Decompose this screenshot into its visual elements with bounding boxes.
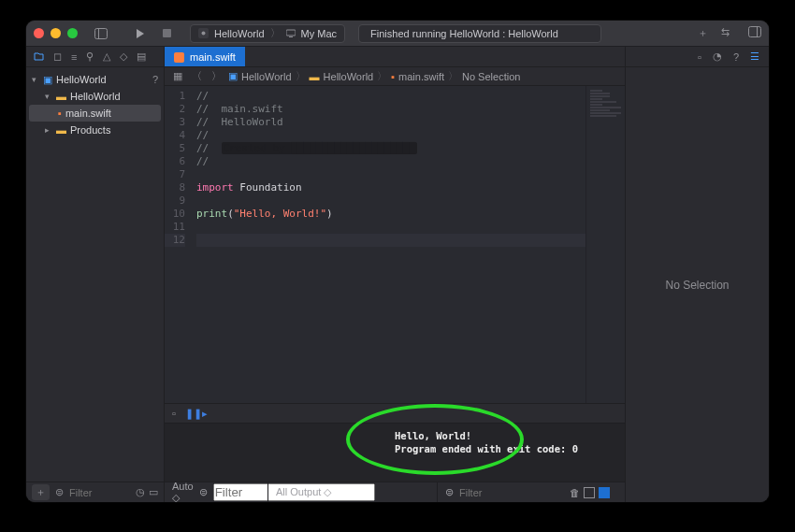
- source-control-navigator-icon[interactable]: ◻: [53, 50, 62, 63]
- inspector-panel: No Selection: [625, 67, 769, 502]
- symbol-navigator-icon[interactable]: ≡: [71, 51, 77, 63]
- scheme-name: HelloWorld: [214, 28, 265, 39]
- jump-crumb-2[interactable]: main.swift: [398, 71, 444, 82]
- swift-file-icon: [174, 52, 184, 63]
- sidebar-toggle-icon[interactable]: [93, 28, 109, 39]
- output-scope-button[interactable]: All Output ◇: [276, 486, 331, 498]
- folder-icon: ▬: [56, 124, 66, 136]
- toolbar: HelloWorld 〉 My Mac Finished running Hel…: [26, 21, 769, 47]
- minimize-window-button[interactable]: [51, 28, 61, 38]
- scheme-selector[interactable]: HelloWorld 〉 My Mac: [190, 24, 345, 43]
- swift-file-icon: ▪: [58, 108, 62, 119]
- console-filter-input[interactable]: [459, 487, 515, 498]
- swift-file-icon: ▪: [391, 71, 395, 82]
- file-row-selected[interactable]: ▪ main.swift: [29, 105, 161, 122]
- auto-scope-button[interactable]: Auto ◇: [172, 481, 194, 502]
- debug-bar: ▫ ❚❚▸: [165, 403, 625, 424]
- activity-status: Finished running HelloWorld : HelloWorld: [358, 24, 601, 43]
- svg-rect-2: [163, 29, 171, 37]
- breakpoint-toggle-icon[interactable]: ❚❚▸: [185, 408, 208, 420]
- scm-status-icon: ?: [152, 74, 158, 85]
- window-controls: [34, 28, 78, 38]
- related-items-icon[interactable]: ▦: [170, 70, 185, 82]
- project-row[interactable]: ▾ ▣ HelloWorld ?: [26, 71, 164, 88]
- library-icon[interactable]: [748, 26, 761, 40]
- stop-button[interactable]: [158, 28, 175, 38]
- recent-filter-icon[interactable]: ◷: [136, 486, 145, 498]
- xcode-window: HelloWorld 〉 My Mac Finished running Hel…: [26, 21, 769, 502]
- app-icon: [198, 28, 209, 38]
- navigator-filter-bar: ＋ ⊜ ◷ ▭: [26, 482, 164, 502]
- editor-area: ▦ 〈 〉 ▣HelloWorld 〉 ▬HelloWorld 〉 ▪main.…: [165, 67, 625, 502]
- test-navigator-icon[interactable]: ◇: [120, 50, 127, 63]
- console-line: Program ended with exit code: 0: [395, 442, 615, 455]
- debug-navigator-icon[interactable]: ▤: [137, 50, 146, 63]
- group-name: HelloWorld: [70, 91, 121, 102]
- xcodeproj-icon: ▣: [228, 70, 238, 82]
- xcodeproj-icon: ▣: [43, 74, 52, 86]
- forward-button[interactable]: 〉: [209, 69, 224, 83]
- console-line: Hello, World!: [395, 429, 615, 442]
- history-inspector-icon[interactable]: ◔: [713, 50, 722, 63]
- file-inspector-icon[interactable]: ▫: [698, 51, 701, 63]
- filter-icon: ⊜: [55, 486, 64, 498]
- jump-crumb-1[interactable]: HelloWorld: [324, 71, 374, 82]
- plus-icon[interactable]: ＋: [698, 26, 708, 40]
- code-content[interactable]: // // main.swift // HelloWorld // // Cre…: [191, 86, 585, 403]
- inspector-menu-icon[interactable]: ☰: [750, 50, 759, 63]
- svg-rect-9: [174, 52, 184, 63]
- products-row[interactable]: ▸ ▬ Products: [26, 122, 164, 138]
- inspector-placeholder: No Selection: [665, 279, 729, 292]
- scheme-destination: My Mac: [301, 28, 338, 39]
- group-row[interactable]: ▾ ▬ HelloWorld: [26, 88, 164, 105]
- products-label: Products: [70, 124, 110, 136]
- editor-tab[interactable]: main.swift: [165, 47, 245, 66]
- minimap[interactable]: [585, 86, 625, 403]
- tab-bar: ◻ ≡ ⚲ △ ◇ ▤ main.swift ▫ ◔ ? ☰: [26, 47, 769, 67]
- scm-filter-icon[interactable]: ▭: [149, 486, 158, 498]
- navigator-filter-input[interactable]: [69, 487, 125, 498]
- trash-icon[interactable]: 🗑: [570, 487, 580, 498]
- svg-point-4: [202, 32, 206, 36]
- jump-crumb-0[interactable]: HelloWorld: [241, 71, 292, 82]
- zoom-window-button[interactable]: [67, 28, 78, 38]
- issue-navigator-icon[interactable]: △: [103, 50, 110, 63]
- file-name: main.swift: [65, 108, 111, 119]
- close-window-button[interactable]: [34, 28, 44, 38]
- find-navigator-icon[interactable]: ⚲: [86, 50, 94, 63]
- debug-console: Hello, World! Program ended with exit co…: [165, 424, 625, 482]
- add-button[interactable]: ＋: [32, 484, 50, 500]
- chevron-right-icon: 〉: [270, 26, 281, 40]
- status-text: Finished running HelloWorld : HelloWorld: [370, 28, 558, 39]
- svg-rect-0: [95, 28, 108, 38]
- svg-rect-7: [749, 27, 761, 37]
- jump-bar[interactable]: ▦ 〈 〉 ▣HelloWorld 〉 ▬HelloWorld 〉 ▪main.…: [165, 67, 625, 86]
- show-variables-toggle[interactable]: [584, 487, 595, 498]
- variables-view[interactable]: [165, 424, 385, 482]
- disclosure-triangle-icon[interactable]: ▾: [45, 92, 52, 101]
- folder-icon: ▬: [310, 71, 320, 82]
- jump-crumb-3[interactable]: No Selection: [462, 71, 520, 82]
- filter-icon: ⊜: [445, 486, 454, 498]
- hide-debug-icon[interactable]: ▫: [172, 408, 176, 419]
- svg-rect-6: [289, 36, 293, 37]
- show-console-toggle[interactable]: [599, 487, 610, 498]
- run-button[interactable]: [132, 28, 149, 39]
- navigator-selector: ◻ ≡ ⚲ △ ◇ ▤: [26, 47, 165, 66]
- svg-rect-5: [286, 30, 296, 36]
- disclosure-triangle-icon[interactable]: ▾: [32, 75, 39, 84]
- disclosure-triangle-icon[interactable]: ▸: [45, 125, 52, 135]
- project-navigator-icon[interactable]: [34, 51, 44, 62]
- editor-tab-label: main.swift: [190, 51, 236, 63]
- folder-icon: ▬: [56, 91, 66, 102]
- inspector-selector: ▫ ◔ ? ☰: [625, 47, 769, 66]
- help-inspector-icon[interactable]: ?: [733, 51, 739, 63]
- back-button[interactable]: 〈: [189, 69, 205, 83]
- filter-icon: ⊜: [199, 486, 208, 498]
- mac-icon: [286, 29, 296, 38]
- console-filter-bar: Auto ◇ ⊜ All Output ◇ ⊜ 🗑: [165, 482, 625, 502]
- console-output[interactable]: Hello, World! Program ended with exit co…: [385, 424, 625, 482]
- source-editor[interactable]: 123 456 789 101112 // // main.swift // H…: [165, 86, 585, 403]
- line-gutter: 123 456 789 101112: [165, 86, 191, 403]
- code-review-icon[interactable]: ⇆: [721, 26, 730, 40]
